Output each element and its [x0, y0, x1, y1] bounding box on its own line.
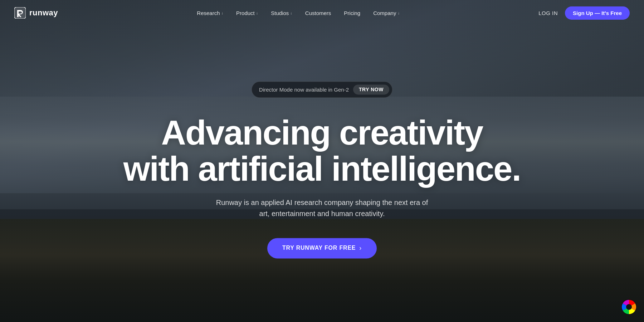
nav-links: Research ↓ Product ↓ Studios ↓ Customers…	[192, 7, 405, 19]
nav-item-pricing[interactable]: Pricing	[339, 7, 365, 19]
nav-actions: LOG IN Sign Up — It's Free	[538, 6, 630, 20]
nav-item-research[interactable]: Research ↓	[192, 7, 228, 19]
navbar: runway Research ↓ Product ↓ Studios ↓ Cu…	[0, 0, 644, 26]
announcement-text: Director Mode now available in Gen-2	[259, 87, 349, 93]
login-button[interactable]: LOG IN	[538, 10, 558, 16]
arrow-right-icon: ›	[359, 244, 362, 252]
announcement-cta: TRY NOW	[353, 84, 389, 94]
announcement-banner[interactable]: Director Mode now available in Gen-2 TRY…	[252, 81, 392, 98]
hero-subtext: Runway is an applied AI research company…	[211, 197, 433, 219]
color-wheel-button[interactable]	[621, 299, 637, 315]
nav-item-customers[interactable]: Customers	[300, 7, 336, 19]
chevron-down-icon: ↓	[290, 11, 292, 15]
logo-text: runway	[29, 8, 58, 18]
cta-button[interactable]: TRY RUNWAY FOR FREE ›	[267, 238, 377, 258]
logo[interactable]: runway	[14, 7, 58, 19]
chevron-down-icon: ↓	[256, 11, 258, 15]
svg-point-2	[626, 304, 632, 310]
signup-button[interactable]: Sign Up — It's Free	[565, 6, 630, 20]
chevron-down-icon: ↓	[397, 11, 400, 15]
nav-item-product[interactable]: Product ↓	[231, 7, 263, 19]
nav-item-company[interactable]: Company ↓	[368, 7, 405, 19]
hero-section: Director Mode now available in Gen-2 TRY…	[107, 81, 537, 258]
runway-logo-icon	[14, 7, 26, 19]
nav-item-studios[interactable]: Studios ↓	[266, 7, 297, 19]
hero-headline: Advancing creativity with artificial int…	[107, 115, 537, 187]
chevron-down-icon: ↓	[221, 11, 224, 15]
